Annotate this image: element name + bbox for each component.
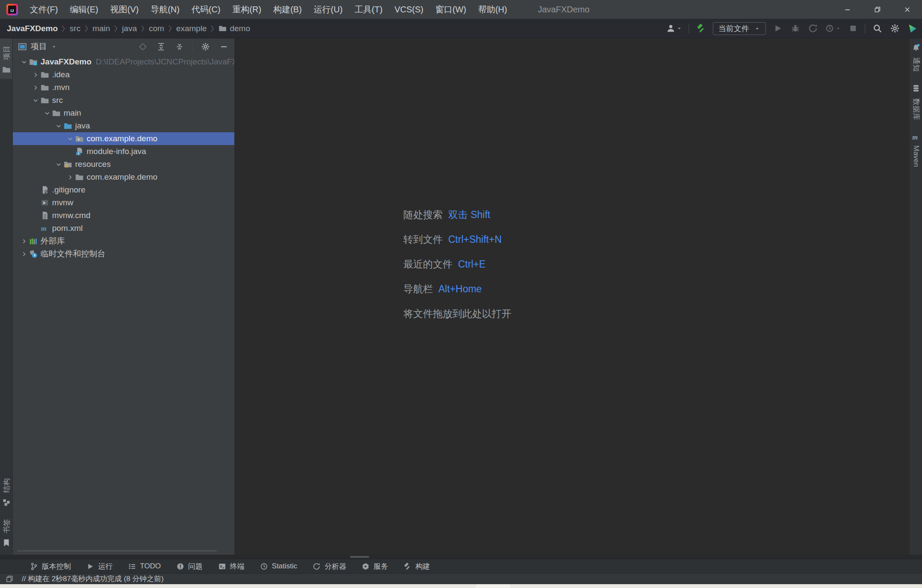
scratches-icon bbox=[29, 250, 38, 258]
stop-button[interactable] bbox=[847, 23, 858, 34]
tree-row[interactable]: 外部库 bbox=[13, 235, 234, 247]
toolbar-actions: 当前文件 bbox=[666, 19, 918, 38]
chevron-down-icon[interactable] bbox=[51, 44, 57, 49]
tool-window-button-project[interactable]: 项目 bbox=[0, 38, 12, 79]
search-everywhere-button[interactable] bbox=[872, 23, 883, 34]
menu-item-9[interactable]: 工具(T) bbox=[349, 0, 389, 19]
tool-window-button-statistic[interactable]: Statistic bbox=[260, 562, 298, 571]
debug-button[interactable] bbox=[790, 23, 801, 34]
breadcrumb-item[interactable]: com bbox=[149, 24, 164, 33]
layout-restore-icon[interactable] bbox=[6, 575, 13, 583]
panel-settings-gear-button[interactable] bbox=[200, 41, 211, 52]
tool-window-button-bookmarks[interactable]: 书签 bbox=[0, 512, 12, 552]
hint-shortcut-link[interactable]: 双击 Shift bbox=[448, 208, 490, 221]
locate-file-button[interactable] bbox=[137, 41, 148, 52]
menu-item-11[interactable]: 窗口(W) bbox=[429, 0, 472, 19]
tree-row[interactable]: mpom.xml bbox=[13, 222, 234, 235]
tool-window-button-terminal[interactable]: 终端 bbox=[218, 562, 245, 571]
tree-row[interactable]: .idea bbox=[13, 68, 234, 81]
tool-window-button-database[interactable]: 数据库 bbox=[910, 79, 922, 128]
settings-gear-button[interactable] bbox=[889, 23, 900, 34]
run-configuration-selector[interactable]: 当前文件 bbox=[713, 22, 766, 35]
breadcrumb-item[interactable]: java bbox=[122, 24, 137, 33]
tool-window-button-profiler[interactable]: 分析器 bbox=[312, 562, 346, 571]
menu-item-4[interactable]: 导航(N) bbox=[145, 0, 186, 19]
tree-row[interactable]: com.example.demo bbox=[13, 132, 234, 145]
tool-window-button-version-control[interactable]: 版本控制 bbox=[30, 562, 71, 571]
tool-window-button-todo[interactable]: TODO bbox=[128, 562, 161, 571]
chevron-right-icon[interactable] bbox=[30, 83, 41, 92]
chevron-down-icon[interactable] bbox=[30, 96, 41, 105]
tree-row[interactable]: mvnw.cmd bbox=[13, 209, 234, 222]
tree-row[interactable]: mvnw bbox=[13, 196, 234, 209]
editor-bottom-edge bbox=[0, 555, 922, 559]
bottom-button-label: 运行 bbox=[98, 562, 113, 571]
breadcrumb-item[interactable]: src bbox=[70, 24, 80, 33]
tree-row[interactable]: main bbox=[13, 107, 234, 119]
breadcrumb-item[interactable]: main bbox=[93, 24, 110, 33]
chevron-down-icon[interactable] bbox=[53, 160, 64, 169]
horizontal-scrollbar[interactable] bbox=[17, 550, 217, 552]
breadcrumb-item[interactable]: JavaFXDemo bbox=[7, 24, 58, 33]
tree-item-label: mvnw bbox=[52, 198, 73, 207]
tool-window-button-run[interactable]: 运行 bbox=[86, 562, 113, 571]
tool-window-button-build[interactable]: 构建 bbox=[403, 562, 430, 571]
menu-item-2[interactable]: 编辑(E) bbox=[64, 0, 105, 19]
horizontal-scrollbar-thumb[interactable] bbox=[350, 556, 369, 558]
java-file-icon: J bbox=[75, 147, 84, 156]
hint-shortcut-link[interactable]: Ctrl+E bbox=[458, 259, 486, 270]
tree-row[interactable]: JavaFXDemoD:\IDEAProjects\JCNCProjects\J… bbox=[13, 55, 234, 68]
tree-row[interactable]: resources bbox=[13, 158, 234, 171]
menu-item-6[interactable]: 重构(R) bbox=[226, 0, 267, 19]
chevron-down-icon[interactable] bbox=[65, 134, 75, 143]
tree-item-label: .gitignore bbox=[52, 185, 85, 195]
menu-item-12[interactable]: 帮助(H) bbox=[472, 0, 513, 19]
menu-item-3[interactable]: 视图(V) bbox=[104, 0, 145, 19]
tree-row[interactable]: 临时文件和控制台 bbox=[13, 247, 234, 260]
tree-row[interactable]: .gitignore bbox=[13, 183, 234, 196]
tool-window-button-maven[interactable]: mMaven bbox=[910, 128, 922, 173]
chevron-right-icon[interactable] bbox=[19, 250, 29, 258]
profiler-button[interactable] bbox=[807, 23, 818, 34]
tool-window-button-structure[interactable]: 结构 bbox=[0, 471, 12, 512]
tool-window-button-notifications[interactable]: 通知 bbox=[910, 38, 922, 79]
minimize-button[interactable] bbox=[832, 0, 862, 19]
hint-label: 将文件拖放到此处以打开 bbox=[403, 307, 511, 320]
breadcrumb-item[interactable]: example bbox=[176, 24, 207, 33]
chevron-right-icon[interactable] bbox=[65, 173, 75, 181]
chevron-down-icon[interactable] bbox=[42, 109, 52, 117]
tree-row[interactable]: Jmodule-info.java bbox=[13, 145, 234, 158]
chevron-right-icon[interactable] bbox=[19, 237, 29, 245]
tree-row[interactable]: java bbox=[13, 119, 234, 132]
menu-item-1[interactable]: 文件(F) bbox=[24, 0, 64, 19]
chevron-down-icon[interactable] bbox=[19, 58, 29, 66]
menu-item-10[interactable]: VCS(S) bbox=[388, 0, 429, 19]
menu-item-5[interactable]: 代码(C) bbox=[186, 0, 227, 19]
rerun-with-coverage-button[interactable] bbox=[825, 23, 841, 33]
chevron-down-icon[interactable] bbox=[53, 122, 64, 130]
restore-button[interactable] bbox=[862, 0, 892, 19]
menu-item-8[interactable]: 运行(U) bbox=[308, 0, 349, 19]
expand-all-button[interactable] bbox=[155, 41, 166, 52]
breadcrumb-label: demo bbox=[230, 24, 250, 33]
chevron-right-icon[interactable] bbox=[30, 70, 41, 79]
code-with-me-icon[interactable] bbox=[907, 23, 918, 34]
build-hammer-button[interactable] bbox=[695, 23, 706, 34]
run-button[interactable] bbox=[772, 23, 783, 34]
taskbar-tab-ghost bbox=[476, 585, 510, 588]
tree-row[interactable]: src bbox=[13, 94, 234, 107]
hint-shortcut-link[interactable]: Alt+Home bbox=[438, 283, 482, 295]
tree-row[interactable]: com.example.demo bbox=[13, 171, 234, 183]
close-button[interactable] bbox=[892, 0, 922, 19]
breadcrumb-item[interactable]: demo bbox=[219, 24, 250, 33]
tree-row[interactable]: .mvn bbox=[13, 81, 234, 94]
tool-window-button-services[interactable]: 服务 bbox=[362, 562, 388, 571]
collapse-all-button[interactable] bbox=[174, 41, 185, 52]
user-account-button[interactable] bbox=[666, 23, 682, 33]
tool-window-label: 书签 bbox=[2, 517, 11, 536]
hide-panel-button[interactable] bbox=[218, 41, 229, 52]
menu-item-7[interactable]: 构建(B) bbox=[267, 0, 308, 19]
editor-area[interactable]: 随处搜索双击 Shift转到文件Ctrl+Shift+N最近的文件Ctrl+E导… bbox=[235, 38, 909, 555]
tool-window-button-problems[interactable]: 问题 bbox=[176, 562, 203, 571]
hint-shortcut-link[interactable]: Ctrl+Shift+N bbox=[448, 234, 502, 245]
